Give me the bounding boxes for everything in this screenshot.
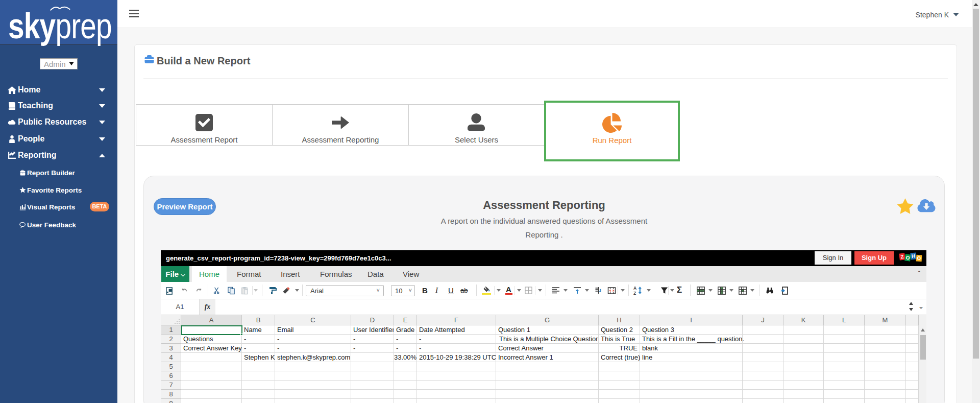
svg-text:Z: Z xyxy=(633,291,636,295)
